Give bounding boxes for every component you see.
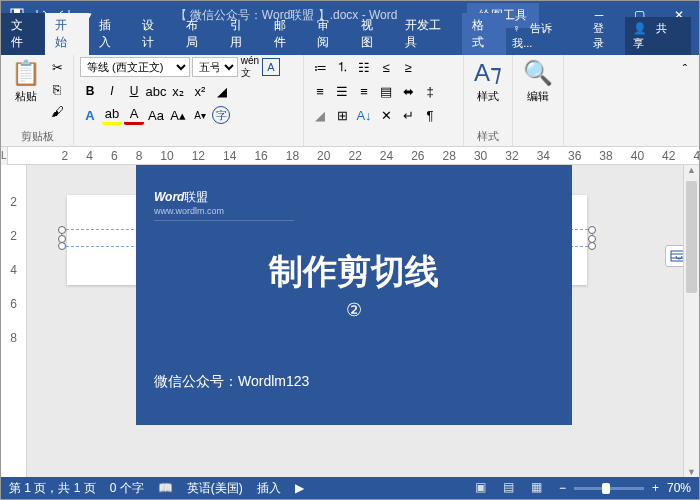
tab-references[interactable]: 引用 [220,13,264,55]
show-marks-icon[interactable]: ↵ [398,105,418,125]
tab-review[interactable]: 审阅 [307,13,351,55]
char-border-icon[interactable]: A [262,58,280,76]
distribute-icon[interactable]: ⬌ [398,81,418,101]
status-bar: 第 1 页，共 1 页 0 个字 📖 英语(美国) 插入 ▶ ▣ ▤ ▦ − +… [1,477,699,499]
tab-design[interactable]: 设计 [132,13,176,55]
grow-font-icon[interactable]: A▴ [168,105,188,125]
italic-button[interactable]: I [102,81,122,101]
sort-icon[interactable]: A↓ [354,105,374,125]
resize-handle[interactable] [58,242,66,250]
font-color-icon[interactable]: A [124,105,144,125]
status-macro-icon[interactable]: ▶ [295,481,304,495]
tab-file[interactable]: 文件 [1,13,45,55]
signin-button[interactable]: 登录 [587,17,621,55]
vertical-ruler[interactable]: 22468 [1,165,27,477]
resize-handle[interactable] [58,235,66,243]
font-size-select[interactable]: 五号 [192,57,238,77]
view-read-icon[interactable]: ▣ [475,480,495,496]
line-spacing-icon[interactable]: ‡ [420,81,440,101]
cut-icon[interactable]: ✂ [47,57,67,77]
underline-button[interactable]: U [124,81,144,101]
overlay-url: www.wordlm.com [154,206,294,221]
overlay-headline: 制作剪切线 [154,249,554,295]
paste-icon: 📋 [11,59,41,87]
decrease-indent-icon[interactable]: ≤ [376,57,396,77]
align-left-icon[interactable]: ≡ [310,81,330,101]
scrollbar-thumb[interactable] [686,181,697,293]
paragraph-marks-icon[interactable]: ¶ [420,105,440,125]
status-spellcheck-icon[interactable]: 📖 [158,481,173,495]
enclose-char-icon[interactable]: 字 [212,106,230,124]
subscript-button[interactable]: x₂ [168,81,188,101]
strikethrough-button[interactable]: abc [146,81,166,101]
resize-handle[interactable] [588,226,596,234]
highlight-icon[interactable]: ab [102,105,122,125]
bold-button[interactable]: B [80,81,100,101]
increase-indent-icon[interactable]: ≥ [398,57,418,77]
styles-button[interactable]: A⁊ 样式 [470,57,506,106]
asian-layout-icon[interactable]: ✕ [376,105,396,125]
tab-layout[interactable]: 布局 [176,13,220,55]
group-label-clipboard: 剪贴板 [7,127,67,144]
zoom-level[interactable]: 70% [667,481,691,495]
zoom-in-button[interactable]: + [652,481,659,495]
collapse-ribbon-icon[interactable]: ˆ [675,59,695,79]
align-right-icon[interactable]: ≡ [354,81,374,101]
justify-icon[interactable]: ▤ [376,81,396,101]
shading-icon[interactable]: ◢ [310,105,330,125]
tab-developer[interactable]: 开发工具 [395,13,463,55]
resize-handle[interactable] [58,226,66,234]
editing-button[interactable]: 🔍 编辑 [519,57,557,106]
title-overlay: Word联盟 www.wordlm.com 制作剪切线 ② 微信公众号：Word… [136,165,572,425]
status-page[interactable]: 第 1 页，共 1 页 [9,480,96,497]
zoom-slider[interactable] [574,487,644,490]
zoom-out-button[interactable]: − [559,481,566,495]
overlay-footer: 微信公众号：Wordlm123 [154,373,554,391]
group-paragraph: ≔ ⒈ ☷ ≤ ≥ ≡ ☰ ≡ ▤ ⬌ ‡ ◢ ⊞ A↓ ✕ ↵ ¶ [304,55,464,146]
tab-mail[interactable]: 邮件 [264,13,308,55]
group-label-styles: 样式 [470,127,506,144]
bullets-icon[interactable]: ≔ [310,57,330,77]
phonetic-guide-icon[interactable]: wén文 [240,57,260,77]
vertical-scrollbar[interactable]: ▲ ▼ [683,165,699,477]
numbering-icon[interactable]: ⒈ [332,57,352,77]
font-name-select[interactable]: 等线 (西文正文) [80,57,190,77]
copy-icon[interactable]: ⎘ [47,79,67,99]
overlay-number: ② [154,299,554,321]
group-clipboard: 📋 粘贴 ✂ ⎘ 🖌 剪贴板 [1,55,74,146]
overlay-brand: Word联盟 [154,183,554,206]
group-styles: A⁊ 样式 样式 [464,55,513,146]
group-editing: 🔍 编辑 [513,55,564,146]
tell-me[interactable]: ♀ 告诉我... [506,17,583,55]
char-shading-icon[interactable]: Aa [146,105,166,125]
tab-home[interactable]: 开始 [45,13,89,55]
document-area: 22468 Word联盟 www.wordlm.com 制作剪切线 ② 微信公众… [1,165,699,477]
status-insert-mode[interactable]: 插入 [257,480,281,497]
scroll-up-icon[interactable]: ▲ [684,165,699,175]
group-font: 等线 (西文正文) 五号 wén文 A B I U abc x₂ x² ◢ A … [74,55,304,146]
find-icon: 🔍 [523,59,553,87]
clear-format-icon[interactable]: ◢ [212,81,232,101]
status-wordcount[interactable]: 0 个字 [110,480,144,497]
styles-icon: A⁊ [474,59,502,87]
horizontal-ruler[interactable]: L 24681012141618202224262830323436384042… [1,147,699,165]
superscript-button[interactable]: x² [190,81,210,101]
resize-handle[interactable] [588,242,596,250]
borders-icon[interactable]: ⊞ [332,105,352,125]
align-center-icon[interactable]: ☰ [332,81,352,101]
tab-view[interactable]: 视图 [351,13,395,55]
paste-button[interactable]: 📋 粘贴 [7,57,45,106]
text-effects-icon[interactable]: A [80,105,100,125]
tab-format[interactable]: 格式 [462,13,506,55]
ribbon: 📋 粘贴 ✂ ⎘ 🖌 剪贴板 等线 (西文正文) 五号 wén文 A B I U [1,55,699,147]
view-print-icon[interactable]: ▤ [503,480,523,496]
share-button[interactable]: 👤 共享 [625,17,691,55]
multilevel-icon[interactable]: ☷ [354,57,374,77]
status-language[interactable]: 英语(美国) [187,480,243,497]
scroll-down-icon[interactable]: ▼ [684,467,699,477]
view-web-icon[interactable]: ▦ [531,480,551,496]
shrink-font-icon[interactable]: A▾ [190,105,210,125]
format-painter-icon[interactable]: 🖌 [47,101,67,121]
resize-handle[interactable] [588,235,596,243]
tab-insert[interactable]: 插入 [89,13,133,55]
